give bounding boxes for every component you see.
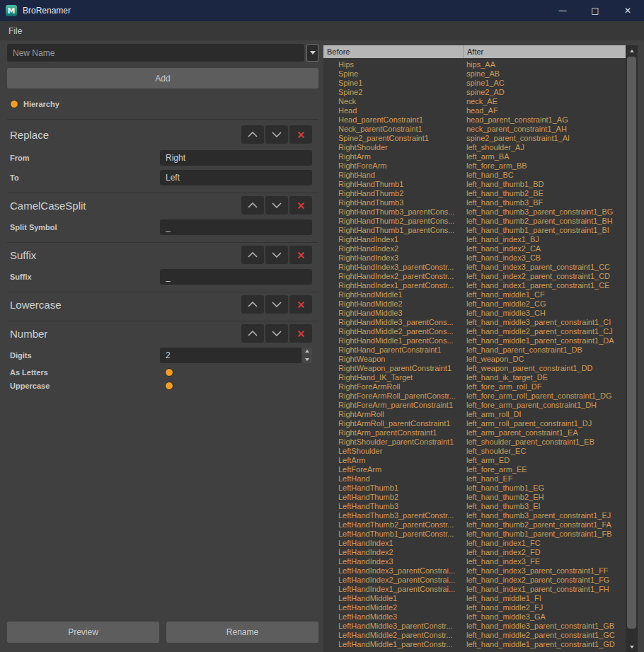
delete-section-button[interactable] — [289, 246, 312, 264]
table-row[interactable]: RightHandIndex3left_hand_index3_CB — [323, 253, 626, 263]
vertical-scrollbar[interactable] — [626, 45, 638, 652]
table-row[interactable]: RightForeArmRollleft_fore_arm_roll_DF — [323, 382, 626, 391]
table-row[interactable]: RightHandMiddle2left_hand_middle2_CG — [323, 299, 626, 309]
move-up-button[interactable] — [241, 324, 264, 343]
column-header-after[interactable]: After — [464, 45, 626, 58]
scroll-up-button[interactable] — [626, 45, 638, 56]
table-row[interactable]: RightArmRollleft_arm_roll_DI — [323, 410, 626, 419]
table-row[interactable]: RightHandMiddle3_parentCons...left_hand_… — [323, 318, 626, 327]
table-row[interactable]: LeftHandThumb1_parentConstr...left_hand_… — [323, 530, 626, 539]
table-row[interactable]: LeftHandMiddle1left_hand_middle1_FI — [323, 594, 626, 603]
table-row[interactable]: RightForeArmRoll_parentConstr...left_for… — [323, 391, 626, 401]
spin-up-button[interactable] — [302, 348, 312, 355]
table-row[interactable]: Spine2_parentConstraint1spine2_parent_co… — [323, 134, 626, 143]
digits-input[interactable] — [160, 348, 301, 363]
move-up-button[interactable] — [241, 246, 264, 264]
table-row[interactable]: RightHand_parentConstraint1left_hand_par… — [323, 345, 626, 355]
table-row[interactable]: LeftArmleft_arm_ED — [323, 456, 626, 465]
delete-section-button[interactable] — [289, 196, 312, 215]
move-down-button[interactable] — [265, 196, 288, 215]
scrollbar-handle[interactable] — [627, 57, 636, 629]
delete-section-button[interactable] — [289, 125, 312, 144]
table-row[interactable]: LeftHandThumb2_parentConstr...left_hand_… — [323, 520, 626, 530]
move-up-button[interactable] — [241, 125, 264, 144]
table-row[interactable]: LeftHandThumb2left_hand_thumb2_EH — [323, 493, 626, 502]
new-name-dropdown-button[interactable] — [306, 44, 318, 62]
table-row[interactable]: LeftHandThumb3left_hand_thumb3_EI — [323, 502, 626, 511]
table-row[interactable]: RightArmleft_arm_BA — [323, 152, 626, 161]
table-row[interactable]: RightHandMiddle1_parentCons...left_hand_… — [323, 336, 626, 345]
table-row[interactable]: RightHandIndex1left_hand_index1_BJ — [323, 235, 626, 244]
table-row[interactable]: RightHandIndex3_parentConstr...left_hand… — [323, 263, 626, 272]
table-row[interactable]: LeftHandThumb1left_hand_thumb1_EG — [323, 484, 626, 493]
table-row[interactable]: LeftHandIndex3left_hand_index3_FE — [323, 557, 626, 566]
table-row[interactable]: RightArm_parentConstraint1left_arm_paren… — [323, 428, 626, 437]
preview-button[interactable]: Preview — [7, 622, 159, 643]
table-row[interactable]: LeftHandMiddle2left_hand_middle2_FJ — [323, 603, 626, 612]
split-symbol-input[interactable] — [160, 219, 312, 235]
table-row[interactable]: RightForeArm_parentConstraint1left_fore_… — [323, 401, 626, 410]
table-row[interactable]: Neckneck_AE — [323, 97, 626, 106]
suffix-input[interactable] — [160, 269, 312, 285]
spin-down-button[interactable] — [302, 356, 312, 364]
table-row[interactable]: RightWeaponleft_weapon_DC — [323, 355, 626, 364]
rename-button[interactable]: Rename — [166, 622, 318, 643]
table-row[interactable]: LeftForeArmleft_fore_arm_EE — [323, 465, 626, 474]
table-row[interactable]: RightArmRoll_parentConstraint1left_arm_r… — [323, 419, 626, 428]
maximize-button[interactable]: □ — [579, 0, 611, 21]
table-row[interactable]: LeftHandIndex3_parentConstrai...left_han… — [323, 566, 626, 576]
table-row[interactable]: Spine2spine2_AD — [323, 88, 626, 97]
table-row[interactable]: Spine1spine1_AC — [323, 79, 626, 88]
move-down-button[interactable] — [265, 295, 288, 314]
new-name-input[interactable] — [7, 44, 304, 62]
table-row[interactable]: RightHandThumb2left_hand_thumb2_BE — [323, 189, 626, 198]
table-row[interactable]: LeftHandleft_hand_EF — [323, 474, 626, 484]
table-row[interactable]: LeftHandThumb3_parentConstr...left_hand_… — [323, 511, 626, 520]
from-input[interactable] — [160, 150, 312, 166]
table-row[interactable]: RightHandIndex2_parentConstr...left_hand… — [323, 272, 626, 281]
table-row[interactable]: RightHandMiddle2_parentCons...left_hand_… — [323, 327, 626, 336]
table-row[interactable]: RightForeArmleft_fore_arm_BB — [323, 161, 626, 171]
table-row[interactable]: LeftHandMiddle2_parentConstr...left_hand… — [323, 631, 626, 640]
table-row[interactable]: LeftHandIndex1left_hand_index1_FC — [323, 539, 626, 548]
table-row[interactable]: LeftHandIndex2left_hand_index2_FD — [323, 548, 626, 557]
table-row[interactable]: RightShoulder_parentConstraint1left_shou… — [323, 437, 626, 447]
table-row[interactable]: RightHandMiddle3left_hand_middle3_CH — [323, 309, 626, 318]
hierarchy-checkbox[interactable] — [10, 100, 18, 108]
move-up-button[interactable] — [241, 196, 264, 215]
table-row[interactable]: RightHandIndex2left_hand_index2_CA — [323, 244, 626, 253]
table-row[interactable]: Head_parentConstraint1head_parent_constr… — [323, 115, 626, 125]
move-up-button[interactable] — [241, 295, 264, 314]
uppercase-checkbox[interactable] — [165, 382, 173, 390]
table-row[interactable]: RightWeapon_parentConstraint1left_weapon… — [323, 364, 626, 373]
minimize-button[interactable]: — — [546, 0, 579, 21]
table-row[interactable]: LeftHandMiddle3_parentConstr...left_hand… — [323, 622, 626, 631]
menu-file[interactable]: File — [0, 21, 30, 40]
move-down-button[interactable] — [265, 324, 288, 343]
close-button[interactable]: ✕ — [611, 0, 644, 21]
delete-section-button[interactable] — [289, 295, 312, 314]
table-row[interactable]: RightShoulderleft_shoulder_AJ — [323, 143, 626, 152]
move-down-button[interactable] — [265, 125, 288, 144]
add-button[interactable]: Add — [7, 68, 318, 88]
table-row[interactable]: RightHandThumb1left_hand_thumb1_BD — [323, 180, 626, 189]
table-row[interactable]: LeftHandIndex1_parentConstrai...left_han… — [323, 585, 626, 594]
table-row[interactable]: LeftShoulderleft_shoulder_EC — [323, 447, 626, 456]
scroll-down-button[interactable] — [626, 641, 638, 652]
table-row[interactable]: LeftHandIndex2_parentConstrai...left_han… — [323, 576, 626, 585]
table-row[interactable]: RightHandThumb3_parentCons...left_hand_t… — [323, 207, 626, 217]
table-row[interactable]: RightHandIndex1_parentConstr...left_hand… — [323, 281, 626, 290]
table-row[interactable]: Neck_parentConstraint1neck_parent_constr… — [323, 125, 626, 134]
table-row[interactable]: LeftHandMiddle3left_hand_middle3_GA — [323, 612, 626, 622]
move-down-button[interactable] — [265, 246, 288, 264]
table-row[interactable]: RightHandThumb2_parentCons...left_hand_t… — [323, 217, 626, 226]
table-row[interactable]: Spinespine_AB — [323, 69, 626, 79]
as-letters-checkbox[interactable] — [165, 368, 173, 377]
column-header-before[interactable]: Before — [323, 45, 464, 58]
table-row[interactable]: Hipships_AA — [323, 60, 626, 69]
table-row[interactable]: RightHandThumb1_parentCons...left_hand_t… — [323, 226, 626, 235]
to-input[interactable] — [160, 170, 312, 185]
table-row[interactable]: RightHandMiddle1left_hand_middle1_CF — [323, 290, 626, 299]
table-row[interactable]: RightHandleft_hand_BC — [323, 171, 626, 180]
table-row[interactable]: LeftHandMiddle1_parentConstr...left_hand… — [323, 640, 626, 649]
